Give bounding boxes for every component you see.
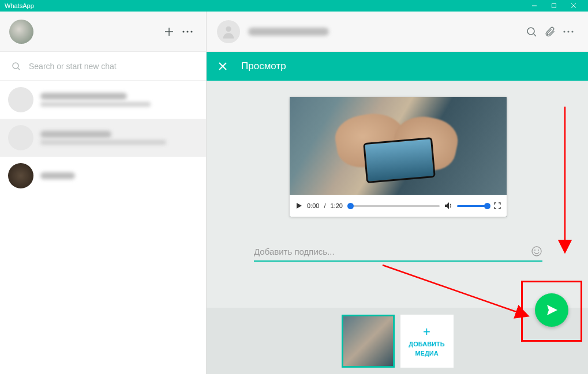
search-icon xyxy=(12,62,21,71)
svg-point-21 xyxy=(532,247,541,256)
svg-marker-24 xyxy=(547,305,557,315)
search-row xyxy=(0,52,206,81)
svg-point-23 xyxy=(538,250,539,251)
svg-line-28 xyxy=(383,265,523,314)
chat-item[interactable] xyxy=(0,157,206,195)
volume-slider[interactable] xyxy=(457,205,489,207)
chat-avatar xyxy=(8,125,33,150)
preview-body: 0:00 / 1:20 xyxy=(207,81,588,374)
svg-point-22 xyxy=(534,250,535,251)
chat-item[interactable] xyxy=(0,119,206,157)
volume-icon[interactable] xyxy=(444,202,452,210)
svg-rect-1 xyxy=(552,4,556,8)
svg-point-12 xyxy=(527,28,534,35)
app-name: WhatsApp xyxy=(5,2,34,9)
window-close-button[interactable] xyxy=(564,0,583,12)
new-chat-button[interactable] xyxy=(160,22,178,41)
close-preview-button[interactable] xyxy=(218,62,227,71)
window-maximize-button[interactable] xyxy=(544,0,564,12)
svg-point-15 xyxy=(567,31,569,32)
window-minimize-button[interactable] xyxy=(525,0,544,12)
add-media-button[interactable]: + ДОБАВИТЬ МЕДИА xyxy=(400,315,454,368)
svg-line-13 xyxy=(534,34,536,36)
preview-header: Просмотр xyxy=(207,52,588,81)
seek-slider[interactable] xyxy=(347,205,440,207)
play-icon[interactable] xyxy=(295,202,302,209)
menu-button[interactable] xyxy=(178,22,197,41)
video-frame xyxy=(290,97,507,195)
contact-avatar[interactable] xyxy=(217,20,240,43)
media-thumbnails: + ДОБАВИТЬ МЕДИА xyxy=(207,308,588,374)
svg-marker-19 xyxy=(297,203,302,209)
caption-input[interactable] xyxy=(254,247,531,256)
media-thumbnail[interactable] xyxy=(342,315,395,368)
search-input[interactable] xyxy=(29,62,194,71)
plus-icon: + xyxy=(423,326,430,338)
chat-item[interactable] xyxy=(0,81,206,119)
main-panel: Просмотр 0:00 / 1:20 xyxy=(207,12,588,374)
add-media-label-1: ДОБАВИТЬ xyxy=(409,341,444,347)
annotation-arrow-icon xyxy=(555,104,578,254)
chat-avatar xyxy=(8,87,33,112)
caption-row xyxy=(254,242,542,262)
svg-point-16 xyxy=(571,31,573,32)
emoji-icon[interactable] xyxy=(531,245,542,257)
send-button[interactable] xyxy=(535,293,568,327)
fullscreen-icon[interactable] xyxy=(494,202,501,209)
chat-avatar xyxy=(8,163,33,188)
preview-title: Просмотр xyxy=(241,61,286,72)
add-media-label-2: МЕДИА xyxy=(415,350,438,357)
video-controls: 0:00 / 1:20 xyxy=(290,195,507,217)
svg-point-7 xyxy=(186,31,188,32)
profile-avatar[interactable] xyxy=(9,20,33,44)
video-time-duration: 1:20 xyxy=(330,202,342,209)
svg-line-10 xyxy=(18,68,20,70)
video-time-current: 0:00 xyxy=(307,202,319,209)
sidebar xyxy=(0,12,207,374)
contact-name xyxy=(248,28,329,36)
header-search-button[interactable] xyxy=(522,22,541,41)
chat-list xyxy=(0,81,206,374)
svg-marker-20 xyxy=(445,202,449,209)
window-titlebar: WhatsApp xyxy=(0,0,588,12)
attach-button[interactable] xyxy=(541,22,559,41)
sidebar-header xyxy=(0,12,206,52)
svg-point-11 xyxy=(226,26,231,31)
svg-point-8 xyxy=(190,31,192,32)
chat-menu-button[interactable] xyxy=(559,22,578,41)
svg-point-9 xyxy=(13,63,18,69)
svg-point-6 xyxy=(182,31,184,32)
video-player[interactable]: 0:00 / 1:20 xyxy=(290,97,507,217)
svg-point-14 xyxy=(563,31,565,32)
chat-header xyxy=(207,12,588,52)
